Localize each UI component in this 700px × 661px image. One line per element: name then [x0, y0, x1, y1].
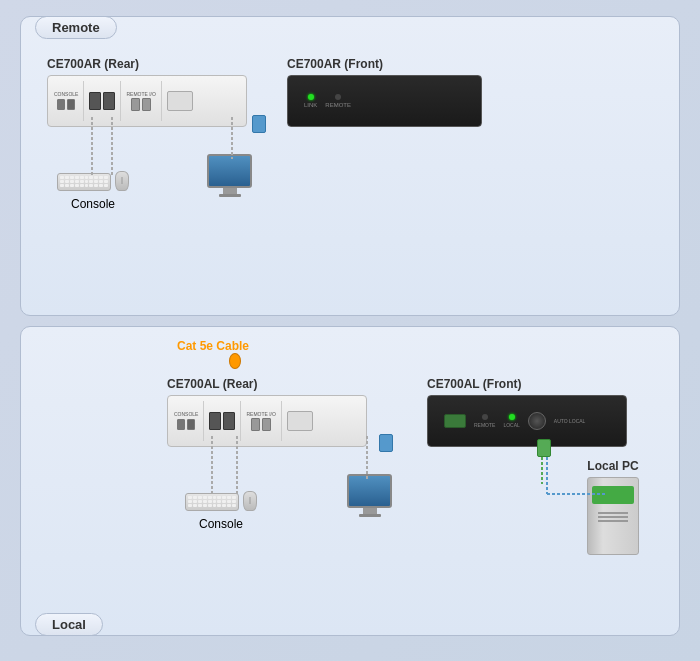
- lkey-28: [222, 504, 226, 507]
- key-21: [60, 184, 64, 187]
- divider-1: [83, 81, 84, 121]
- lkey-17: [217, 500, 221, 503]
- local-panel: Local Cat 5e Cable CE700AL (Rear) CONSOL…: [20, 326, 680, 636]
- local-mouse-icon: [243, 491, 257, 511]
- key-29: [99, 184, 103, 187]
- key-2: [65, 176, 69, 179]
- usb-port-2: [103, 92, 115, 110]
- local-console-devices: [185, 489, 257, 511]
- local-front-device: CE700AL (Front) REMOTE LOCAL: [427, 377, 627, 447]
- local-front-inner: REMOTE LOCAL AUTO LOCAL: [438, 412, 616, 430]
- lkey-6: [213, 496, 217, 499]
- divider-3: [161, 81, 162, 121]
- key-20: [104, 180, 108, 183]
- key-30: [104, 184, 108, 187]
- port-ps2-2: [67, 99, 75, 110]
- key-23: [70, 184, 74, 187]
- local-rear-inner: CONSOLE: [174, 400, 360, 442]
- lkey-9: [227, 496, 231, 499]
- local-front-label: CE700AL (Front): [427, 377, 627, 391]
- lkey-1: [188, 496, 192, 499]
- led-link: [308, 94, 314, 100]
- local-console-ports: [177, 419, 195, 430]
- local-monitor-icon: [347, 474, 392, 517]
- led-group-local-led: LOCAL: [503, 414, 519, 428]
- lkey-25: [208, 504, 212, 507]
- remote-content: CE700AR (Rear) CONSOLE: [37, 29, 663, 299]
- console-port-label: CONSOLE: [54, 91, 78, 97]
- local-vga-port: [287, 411, 313, 431]
- local-usb-port-1: [209, 412, 221, 430]
- key-27: [89, 184, 93, 187]
- lkey-4: [203, 496, 207, 499]
- local-divider-3: [281, 401, 282, 441]
- remote-io-ports: [131, 98, 151, 111]
- key-17: [89, 180, 93, 183]
- local-monitor: [347, 474, 392, 517]
- divider-2: [120, 81, 121, 121]
- local-monitor-stand: [363, 508, 377, 514]
- key-5: [80, 176, 84, 179]
- key-13: [70, 180, 74, 183]
- key-6: [85, 176, 89, 179]
- key-22: [65, 184, 69, 187]
- lkey-2: [193, 496, 197, 499]
- monitor-stand: [223, 188, 237, 194]
- blue-connector-local: [379, 434, 393, 452]
- lkey-8: [222, 496, 226, 499]
- green-connector-local: [537, 439, 551, 457]
- lkey-22: [193, 504, 197, 507]
- local-remote-io-port-1: [251, 418, 260, 431]
- key-11: [60, 180, 64, 183]
- orange-cable-connector-top: [229, 353, 241, 369]
- auto-local-label: AUTO LOCAL: [554, 418, 586, 424]
- cat5e-cable-label: Cat 5e Cable: [177, 339, 249, 353]
- led-remote-local: [482, 414, 488, 420]
- pc-body: [587, 477, 639, 555]
- lkey-10: [232, 496, 236, 499]
- auto-local-button[interactable]: [528, 412, 546, 430]
- lkey-26: [213, 504, 217, 507]
- lkey-7: [217, 496, 221, 499]
- remote-rear-label: CE700AR (Rear): [47, 57, 247, 71]
- local-usb-ports: [209, 412, 235, 430]
- remote-rear-device: CE700AR (Rear) CONSOLE: [47, 57, 247, 127]
- led-local: [509, 414, 515, 420]
- keyboard-wrapper: [57, 173, 111, 191]
- remote-front-label: CE700AR (Front): [287, 57, 482, 71]
- remote-io-port-2: [142, 98, 151, 111]
- key-9: [99, 176, 103, 179]
- lkey-5: [208, 496, 212, 499]
- remote-console: Console: [57, 169, 129, 211]
- blue-connector-remote: [252, 115, 266, 133]
- key-16: [85, 180, 89, 183]
- console-ports: [57, 99, 75, 110]
- local-remote-io-label: REMOTE I/O: [246, 411, 275, 417]
- local-remote-io-ports: [251, 418, 271, 431]
- key-26: [85, 184, 89, 187]
- local-remote-io-port-2: [262, 418, 271, 431]
- led-remote: [335, 94, 341, 100]
- local-console-text: Console: [199, 517, 243, 531]
- local-rear-unit: CONSOLE: [167, 395, 367, 447]
- key-15: [80, 180, 84, 183]
- console-text: Console: [71, 197, 115, 211]
- remote-io-label: REMOTE I/O: [126, 91, 155, 97]
- lkey-20: [232, 500, 236, 503]
- lkey-16: [213, 500, 217, 503]
- usb-port-1: [89, 92, 101, 110]
- lkey-30: [232, 504, 236, 507]
- local-rear-label: CE700AL (Rear): [167, 377, 367, 391]
- lkey-23: [198, 504, 202, 507]
- led-group-remote: REMOTE: [325, 94, 351, 108]
- local-divider-1: [203, 401, 204, 441]
- local-console: Console: [185, 489, 257, 531]
- lkey-21: [188, 504, 192, 507]
- local-pc-label: Local PC: [587, 459, 639, 473]
- remote-panel: Remote CE700AR (Rear) CONSOLE: [20, 16, 680, 316]
- lkey-27: [217, 504, 221, 507]
- led-local-label: LOCAL: [503, 422, 519, 428]
- led-group-link: LINK: [304, 94, 317, 108]
- lkey-14: [203, 500, 207, 503]
- pc-icon: [587, 477, 639, 555]
